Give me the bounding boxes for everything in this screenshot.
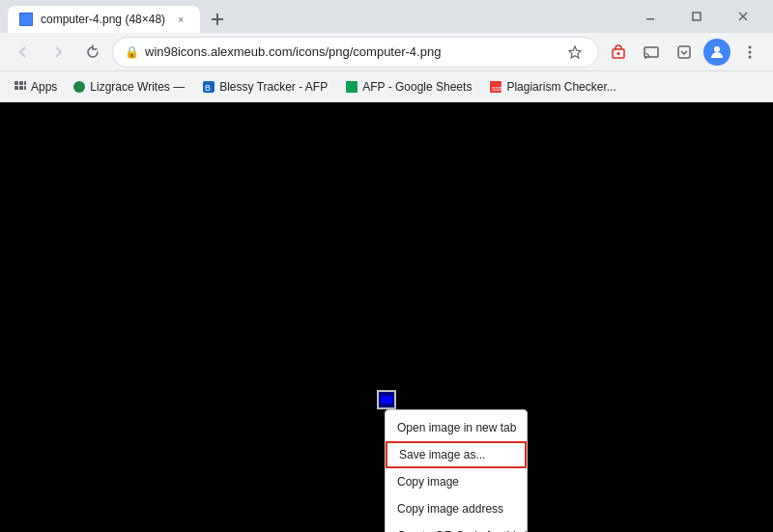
bookmarks-bar: Apps Lizgrace Writes — B Blessy Tracker … (0, 71, 773, 102)
blessy-favicon: B (202, 80, 215, 94)
tab-title: computer-4.png (48×48) (41, 13, 165, 26)
svg-rect-18 (24, 81, 26, 85)
chrome-menu-button[interactable] (734, 37, 765, 68)
svg-rect-21 (24, 86, 26, 90)
profile-button[interactable] (701, 37, 732, 68)
svg-point-12 (714, 46, 720, 52)
security-lock-icon: 🔒 (125, 45, 139, 59)
avatar (703, 39, 730, 66)
blessy-label: Blessy Tracker - AFP (219, 80, 328, 94)
svg-rect-3 (693, 13, 701, 20)
forward-button[interactable] (43, 37, 73, 68)
svg-rect-20 (19, 86, 23, 90)
navigation-bar: 🔒 win98icons.alexmeub.com/icons/png/comp… (0, 33, 773, 71)
svg-marker-6 (569, 46, 581, 58)
svg-rect-25 (346, 81, 358, 93)
sheets-favicon (345, 80, 358, 94)
svg-point-8 (617, 52, 620, 55)
minimize-button[interactable] (628, 2, 673, 31)
svg-point-22 (73, 81, 85, 93)
svg-point-10 (644, 57, 646, 59)
computer-icon (377, 390, 396, 409)
svg-rect-19 (14, 86, 18, 90)
save-to-pocket-button[interactable] (669, 37, 700, 68)
svg-point-14 (749, 50, 752, 53)
svg-rect-17 (19, 81, 23, 85)
reload-button[interactable] (77, 37, 108, 68)
tab-close-button[interactable]: × (173, 12, 188, 27)
window-controls (628, 2, 765, 31)
omnibox-actions (563, 41, 587, 64)
svg-rect-9 (644, 47, 658, 57)
blessy-bookmark[interactable]: B Blessy Tracker - AFP (194, 75, 335, 98)
apps-grid-icon (14, 80, 27, 94)
svg-rect-2 (646, 18, 654, 20)
url-text: win98icons.alexmeub.com/icons/png/comput… (145, 44, 558, 59)
extensions-button[interactable] (603, 37, 634, 68)
new-tab-button[interactable] (204, 6, 231, 33)
lizgrace-bookmark[interactable]: Lizgrace Writes — (65, 75, 192, 98)
context-menu-create-qr[interactable]: Create QR Code for this image (386, 522, 527, 532)
lizgrace-favicon (72, 80, 86, 94)
context-menu-open-new-tab[interactable]: Open image in new tab (386, 414, 527, 441)
context-menu-copy-image[interactable]: Copy image (386, 468, 527, 495)
cast-button[interactable] (636, 37, 667, 68)
context-menu: Open image in new tab Save image as... C… (385, 409, 528, 532)
plagiarism-bookmark[interactable]: sst Plagiarism Checker... (481, 75, 623, 98)
back-button[interactable] (8, 37, 39, 68)
svg-text:B: B (205, 83, 211, 93)
afp-sheets-label: AFP - Google Sheets (362, 80, 472, 94)
svg-point-13 (749, 45, 752, 48)
chrome-window: computer-4.png (48×48) × (0, 0, 773, 532)
apps-bookmark[interactable]: Apps (8, 75, 63, 98)
plagiarism-label: Plagiarism Checker... (506, 80, 616, 94)
toolbar-actions (603, 37, 765, 68)
close-button[interactable] (721, 2, 765, 31)
plagiarism-favicon: sst (489, 80, 502, 94)
svg-rect-16 (14, 81, 18, 85)
svg-text:sst: sst (492, 84, 502, 93)
svg-rect-11 (678, 46, 690, 58)
active-tab[interactable]: computer-4.png (48×48) × (8, 6, 200, 33)
svg-point-15 (749, 55, 752, 58)
maximize-button[interactable] (674, 2, 719, 31)
page-content: Open image in new tab Save image as... C… (0, 102, 773, 532)
page-image (377, 390, 396, 409)
computer-screen (381, 396, 392, 404)
context-menu-copy-address[interactable]: Copy image address (386, 495, 527, 522)
tab-bar: computer-4.png (48×48) × (8, 0, 616, 33)
apps-label: Apps (31, 80, 57, 94)
bookmark-star-icon[interactable] (563, 41, 587, 64)
afp-sheets-bookmark[interactable]: AFP - Google Sheets (337, 75, 479, 98)
context-menu-save-image[interactable]: Save image as... (386, 441, 527, 468)
tab-favicon (19, 13, 33, 26)
title-bar: computer-4.png (48×48) × (0, 0, 773, 33)
lizgrace-label: Lizgrace Writes — (90, 80, 185, 94)
address-bar[interactable]: 🔒 win98icons.alexmeub.com/icons/png/comp… (112, 37, 599, 68)
